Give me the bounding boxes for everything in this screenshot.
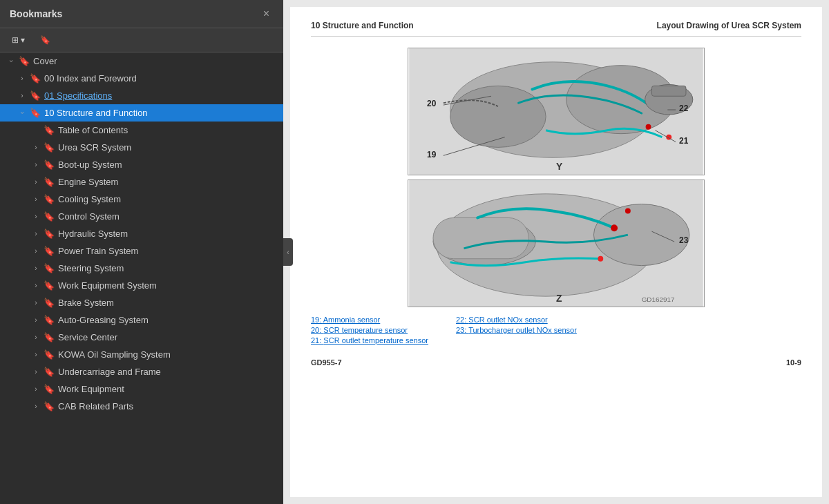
collapse-arrow-icon: ‹ xyxy=(287,249,289,256)
sidebar-item-cover[interactable]: › 🔖 Cover xyxy=(0,52,283,70)
sidebar-item-service[interactable]: › 🔖 Service Center xyxy=(0,329,283,346)
expand-arrow-autogrease: › xyxy=(30,316,41,324)
sidebar-item-bootup[interactable]: › 🔖 Boot-up System xyxy=(0,156,283,173)
sidebar-item-powertrain[interactable]: › 🔖 Power Train System xyxy=(0,242,283,260)
bookmark-icon-workequipsys: 🔖 xyxy=(43,280,55,291)
bookmark-icon-kowa: 🔖 xyxy=(43,349,55,360)
expand-arrow-cab: › xyxy=(30,403,41,410)
legend-col-left: 19: Ammonia sensor 20: SCR temperature s… xyxy=(311,316,428,345)
sidebar-item-toc[interactable]: › 🔖 Table of Contents xyxy=(0,122,283,139)
doc-header: 10 Structure and Function Layout Drawing… xyxy=(311,21,801,37)
expand-arrow-control: › xyxy=(30,213,41,220)
expand-arrow-cooling: › xyxy=(30,195,41,203)
sidebar-item-steering[interactable]: › 🔖 Steering System xyxy=(0,260,283,277)
expand-arrow-engine: › xyxy=(30,178,41,186)
sidebar-header: Bookmarks × xyxy=(0,0,283,28)
bookmark-icon-index: 🔖 xyxy=(29,73,41,84)
engine-diagram-y: 20 19 22 21 Y xyxy=(408,48,704,175)
sidebar-item-label-control: Control System xyxy=(58,211,120,222)
expand-arrow-bootup: › xyxy=(30,161,41,168)
legend-id-19: 19: xyxy=(311,316,323,324)
svg-text:21: 21 xyxy=(679,136,689,146)
sidebar-item-label-workequipsys: Work Equipment System xyxy=(58,280,157,291)
sidebar-item-label-kowa: KOWA Oil Sampling System xyxy=(58,349,171,360)
svg-point-5 xyxy=(646,124,651,130)
expand-arrow-workequip: › xyxy=(30,385,41,393)
grid-icon: ⊞ xyxy=(12,35,19,45)
sidebar-item-structure[interactable]: › 🔖 10 Structure and Function xyxy=(0,104,283,122)
bookmark-icon-autogrease: 🔖 xyxy=(43,315,55,325)
legend-item-20: 20: SCR temperature sensor xyxy=(311,326,428,334)
svg-text:GD162917: GD162917 xyxy=(642,295,675,303)
sidebar-item-hydraulic[interactable]: › 🔖 Hydraulic System xyxy=(0,225,283,242)
bookmark-icon-engine: 🔖 xyxy=(43,177,55,187)
expand-arrow-hydraulic: › xyxy=(30,230,41,238)
expand-arrow-index: › xyxy=(17,75,28,82)
sidebar-item-label-structure: 10 Structure and Function xyxy=(44,108,148,118)
sidebar-item-label-service: Service Center xyxy=(58,332,117,342)
bookmark-icon-brake: 🔖 xyxy=(43,298,55,308)
expand-arrow-urea: › xyxy=(30,144,41,151)
sidebar-item-label-undercarriage: Undercarriage and Frame xyxy=(58,367,161,377)
bookmark-icon-steering: 🔖 xyxy=(43,263,55,273)
bookmark-icon-powertrain: 🔖 xyxy=(43,246,55,256)
diagram-box-z: 23 Z GD162917 xyxy=(408,180,705,307)
sidebar-item-label-brake: Brake System xyxy=(58,298,114,308)
legend-id-20: 20: xyxy=(311,326,323,334)
sidebar-item-cab[interactable]: › 🔖 CAB Related Parts xyxy=(0,398,283,415)
bookmark-icon-urea: 🔖 xyxy=(43,142,55,153)
sidebar-item-engine[interactable]: › 🔖 Engine System xyxy=(0,173,283,191)
bookmark-icon-hydraulic: 🔖 xyxy=(43,229,55,239)
legend-id-23: 23: xyxy=(456,326,468,334)
expand-arrow-structure: › xyxy=(19,108,26,119)
bookmark-icon-specs: 🔖 xyxy=(29,90,41,101)
doc-footer-right: 10-9 xyxy=(786,358,801,367)
svg-rect-22 xyxy=(433,217,528,258)
legend-item-22: 22: SCR outlet NOx sensor xyxy=(456,316,577,324)
sidebar-item-workequip[interactable]: › 🔖 Work Equipment xyxy=(0,380,283,398)
doc-header-left: 10 Structure and Function xyxy=(311,21,414,30)
sidebar-item-label-hydraulic: Hydraulic System xyxy=(58,229,128,239)
sidebar-item-label-bootup: Boot-up System xyxy=(58,159,122,170)
sidebar-item-workequipsys[interactable]: › 🔖 Work Equipment System xyxy=(0,277,283,294)
legend-item-21: 21: SCR outlet temperature sensor xyxy=(311,336,428,345)
svg-point-25 xyxy=(625,209,631,214)
bookmark-icon-cab: 🔖 xyxy=(43,401,55,411)
expand-arrow-steering: › xyxy=(30,264,41,272)
sidebar-toolbar: ⊞ ▾ 🔖 xyxy=(0,28,283,52)
svg-point-20 xyxy=(593,204,689,266)
svg-text:Z: Z xyxy=(556,293,562,304)
svg-rect-8 xyxy=(651,86,685,96)
sidebar-item-label-cooling: Cooling System xyxy=(58,194,121,204)
svg-text:19: 19 xyxy=(427,150,437,159)
toolbar-btn-1[interactable]: ⊞ ▾ xyxy=(7,32,30,48)
expand-arrow-brake: › xyxy=(30,299,41,307)
sidebar-item-label-steering: Steering System xyxy=(58,263,124,273)
sidebar-item-undercarriage[interactable]: › 🔖 Undercarriage and Frame xyxy=(0,363,283,380)
sidebar-item-label-powertrain: Power Train System xyxy=(58,246,138,256)
sidebar-item-urea[interactable]: › 🔖 Urea SCR System xyxy=(0,139,283,156)
sidebar: Bookmarks × ⊞ ▾ 🔖 › 🔖 Cover › 🔖 00 Index… xyxy=(0,0,283,504)
legend-section: 19: Ammonia sensor 20: SCR temperature s… xyxy=(311,316,801,345)
sidebar-item-label-cab: CAB Related Parts xyxy=(58,401,133,411)
bookmark-icon-toc: 🔖 xyxy=(43,125,55,135)
sidebar-content[interactable]: › 🔖 Cover › 🔖 00 Index and Foreword › 🔖 … xyxy=(0,52,283,504)
sidebar-item-brake[interactable]: › 🔖 Brake System xyxy=(0,294,283,311)
sidebar-item-kowa[interactable]: › 🔖 KOWA Oil Sampling System xyxy=(0,346,283,363)
bookmark-icon-cooling: 🔖 xyxy=(43,194,55,204)
collapse-handle[interactable]: ‹ xyxy=(283,238,293,266)
sidebar-item-control[interactable]: › 🔖 Control System xyxy=(0,208,283,225)
sidebar-item-specs[interactable]: › 🔖 01 Specifications xyxy=(0,87,283,104)
sidebar-item-label-toc: Table of Contents xyxy=(58,125,128,135)
sidebar-item-index[interactable]: › 🔖 00 Index and Foreword xyxy=(0,70,283,87)
sidebar-item-label-workequip: Work Equipment xyxy=(58,384,124,394)
bookmark-icon-cover: 🔖 xyxy=(18,56,30,66)
sidebar-item-autogrease[interactable]: › 🔖 Auto-Greasing System xyxy=(0,311,283,329)
sidebar-item-label-engine: Engine System xyxy=(58,177,118,187)
dropdown-arrow-icon: ▾ xyxy=(21,35,25,45)
legend-id-22: 22: xyxy=(456,316,468,324)
sidebar-item-cooling[interactable]: › 🔖 Cooling System xyxy=(0,191,283,208)
diagram-container: 20 19 22 21 Y xyxy=(311,48,801,307)
toolbar-btn-2[interactable]: 🔖 xyxy=(35,32,55,48)
close-button[interactable]: × xyxy=(259,7,274,21)
